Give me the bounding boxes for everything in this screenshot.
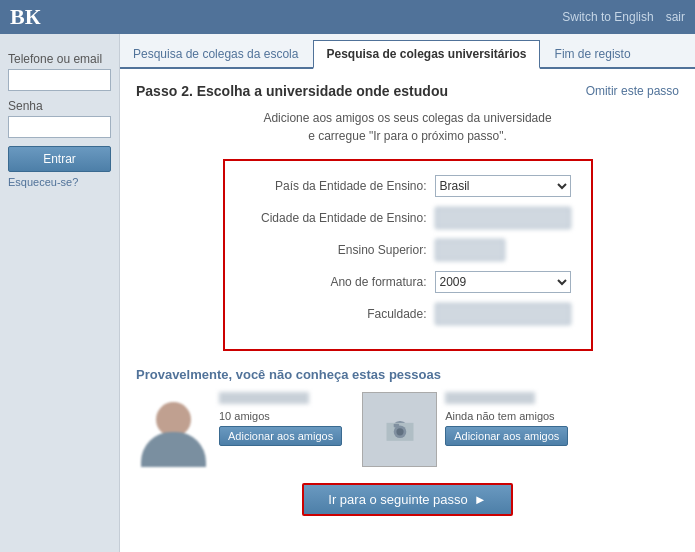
phone-input[interactable] — [8, 69, 111, 91]
year-row: Ano de formatura: 2009 — [245, 271, 571, 293]
next-step-container: Ir para o seguinte passo ► — [136, 483, 679, 532]
layout: Telefone ou email Senha Entrar Esqueceu-… — [0, 34, 695, 552]
tab-finish[interactable]: Fim de registo — [542, 40, 644, 67]
city-row: Cidade da Entidade de Ensino: — [245, 207, 571, 229]
person-info-2: Ainda não tem amigos Adicionar aos amigo… — [445, 392, 568, 446]
education-row: Ensino Superior: — [245, 239, 571, 261]
svg-rect-3 — [393, 423, 398, 427]
person-name-2 — [445, 392, 535, 404]
tabs: Pesquisa de colegas da escola Pesquisa d… — [120, 34, 695, 69]
person-card-1: 10 amigos Adicionar aos amigos — [136, 392, 342, 467]
education-select[interactable] — [435, 239, 505, 261]
subtitle: Adicione aos amigos os seus colegas da u… — [136, 109, 679, 145]
phone-label: Telefone ou email — [8, 52, 111, 66]
password-input[interactable] — [8, 116, 111, 138]
person-name-1 — [219, 392, 309, 404]
tab-university[interactable]: Pesquisa de colegas universitários — [313, 40, 539, 69]
person-friends-1: 10 amigos — [219, 410, 342, 422]
person-info-1: 10 amigos Adicionar aos amigos — [219, 392, 342, 446]
add-friend-button-2[interactable]: Adicionar aos amigos — [445, 426, 568, 446]
vk-logo: ВК — [10, 4, 41, 30]
person-avatar-2 — [362, 392, 437, 467]
next-step-button[interactable]: Ir para o seguinte passo ► — [302, 483, 512, 516]
form-box: País da Entidade de Ensino: Brasil Cidad… — [223, 159, 593, 351]
sidebar: Telefone ou email Senha Entrar Esqueceu-… — [0, 34, 120, 552]
year-select[interactable]: 2009 — [435, 271, 571, 293]
content: Passo 2. Escolha a universidade onde est… — [120, 69, 695, 546]
country-select[interactable]: Brasil — [435, 175, 571, 197]
main-content: Pesquisa de colegas da escola Pesquisa d… — [120, 34, 695, 552]
people-section: Provavelmente, você não conheça estas pe… — [136, 367, 679, 467]
camera-icon — [382, 412, 418, 448]
person-friends-2: Ainda não tem amigos — [445, 410, 568, 422]
header: ВК Switch to English sair — [0, 0, 695, 34]
faculty-row: Faculdade: — [245, 303, 571, 325]
step-title: Passo 2. Escolha a universidade onde est… — [136, 83, 448, 99]
faculty-select[interactable] — [435, 303, 571, 325]
forgot-link[interactable]: Esqueceu-se? — [8, 176, 111, 188]
svg-point-2 — [396, 428, 403, 435]
login-button[interactable]: Entrar — [8, 146, 111, 172]
people-list: 10 amigos Adicionar aos amigos — [136, 392, 679, 467]
country-label: País da Entidade de Ensino: — [245, 179, 435, 193]
people-title: Provavelmente, você não conheça estas pe… — [136, 367, 679, 382]
step-header: Passo 2. Escolha a universidade onde est… — [136, 83, 679, 99]
education-label: Ensino Superior: — [245, 243, 435, 257]
add-friend-button-1[interactable]: Adicionar aos amigos — [219, 426, 342, 446]
skip-link[interactable]: Omitir este passo — [586, 84, 679, 98]
person-avatar-1 — [136, 392, 211, 467]
city-select[interactable] — [435, 207, 571, 229]
header-links: Switch to English sair — [562, 10, 685, 24]
logout-link[interactable]: sair — [666, 10, 685, 24]
arrow-right-icon: ► — [474, 492, 487, 507]
person-card-2: Ainda não tem amigos Adicionar aos amigo… — [362, 392, 568, 467]
switch-language-link[interactable]: Switch to English — [562, 10, 653, 24]
city-label: Cidade da Entidade de Ensino: — [245, 211, 435, 225]
password-label: Senha — [8, 99, 111, 113]
year-label: Ano de formatura: — [245, 275, 435, 289]
country-row: País da Entidade de Ensino: Brasil — [245, 175, 571, 197]
tab-school[interactable]: Pesquisa de colegas da escola — [120, 40, 311, 67]
faculty-label: Faculdade: — [245, 307, 435, 321]
